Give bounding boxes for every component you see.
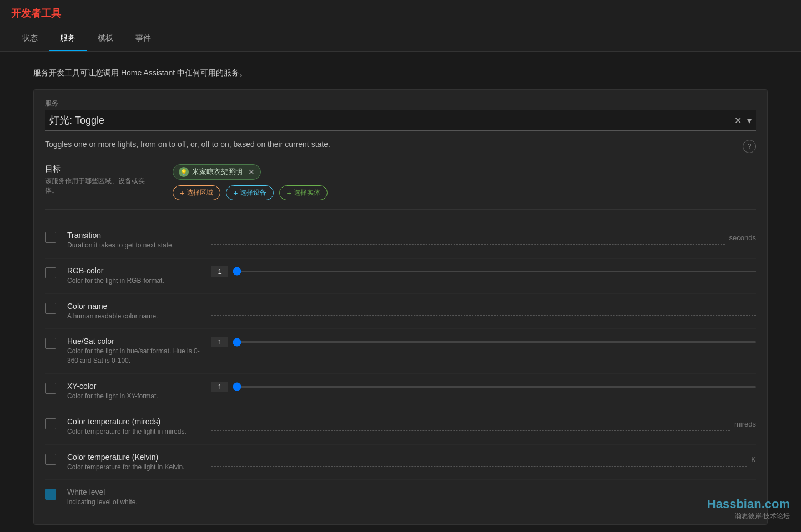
color-temp-kelvin-info: Color temperature (Kelvin) Color tempera… xyxy=(67,453,200,472)
color-temp-mireds-control: mireds xyxy=(211,417,756,431)
transition-unit: seconds xyxy=(729,234,756,242)
target-title: 目标 xyxy=(45,164,156,174)
select-device-button[interactable]: + 选择设备 xyxy=(226,185,274,200)
hue-sat-slider[interactable] xyxy=(233,341,756,343)
entity-chip-icon: 💡 xyxy=(179,167,189,177)
watermark: Hassbian.com 瀚思彼岸·技术论坛 xyxy=(707,497,790,521)
param-row-white-level: White level indicating level of white. xyxy=(45,480,756,515)
tab-status[interactable]: 状态 xyxy=(11,27,49,51)
color-temp-mireds-input[interactable] xyxy=(211,417,730,431)
xy-number[interactable] xyxy=(211,382,228,392)
color-temp-kelvin-title: Color temperature (Kelvin) xyxy=(67,453,200,462)
white-level-control xyxy=(211,488,756,501)
select-area-label: 选择区域 xyxy=(187,188,213,197)
area-plus-icon: + xyxy=(180,189,184,197)
color-temp-kelvin-input[interactable] xyxy=(211,453,747,467)
hue-sat-desc: Color for the light in hue/sat format. H… xyxy=(67,347,200,366)
xy-slider[interactable] xyxy=(233,386,756,388)
service-card: 服务 灯光: Toggle ✕ ▾ Toggles one or more li… xyxy=(33,89,768,525)
white-level-info: White level indicating level of white. xyxy=(67,488,200,507)
hue-sat-number[interactable] xyxy=(211,337,228,347)
dropdown-service-button[interactable]: ▾ xyxy=(747,115,752,126)
transition-info: Transition Duration it takes to get to n… xyxy=(67,231,200,250)
color-temp-kelvin-checkbox[interactable] xyxy=(45,454,56,465)
entity-chip-name: 米家晾衣架照明 xyxy=(192,167,243,177)
nav-tabs: 状态 服务 模板 事件 xyxy=(0,27,801,52)
rgb-slider[interactable] xyxy=(233,271,756,272)
color-temp-kelvin-desc: Color temperature for the light in Kelvi… xyxy=(67,463,200,472)
target-label-col: 目标 该服务作用于哪些区域、设备或实体。 xyxy=(45,164,156,200)
entity-plus-icon: + xyxy=(286,189,291,197)
service-description-text: Toggles one or more lights, from on to o… xyxy=(45,140,330,149)
param-row-color-name: Color name A human readable color name. xyxy=(45,294,756,330)
color-temp-kelvin-control: K xyxy=(211,453,756,467)
watermark-com: .com xyxy=(762,497,790,511)
footer-area: 进入 YAML 模式 xyxy=(33,525,768,532)
select-entity-button[interactable]: + 选择实体 xyxy=(279,185,327,200)
param-row-xy: XY-color Color for the light in XY-forma… xyxy=(45,374,756,409)
app-bar: 开发者工具 xyxy=(0,0,801,27)
transition-control: seconds xyxy=(211,231,756,245)
color-name-desc: A human readable color name. xyxy=(67,312,200,321)
app-title-text: 开发者工具 xyxy=(11,8,61,19)
xy-checkbox[interactable] xyxy=(45,383,56,394)
watermark-sub-text: 瀚思彼岸·技术论坛 xyxy=(707,511,790,521)
transition-checkbox[interactable] xyxy=(45,232,56,243)
color-name-checkbox[interactable] xyxy=(45,303,56,314)
rgb-control xyxy=(211,266,756,277)
main-content: 服务开发工具可让您调用 Home Assistant 中任何可用的服务。 服务 … xyxy=(0,52,801,532)
target-section: 目标 该服务作用于哪些区域、设备或实体。 💡 米家晾衣架照明 ✕ + 选择区域 xyxy=(45,164,756,210)
service-label: 服务 xyxy=(45,99,756,108)
color-temp-mireds-title: Color temperature (mireds) xyxy=(67,417,200,426)
rgb-title: RGB-color xyxy=(67,266,200,275)
select-device-label: 选择设备 xyxy=(240,188,266,197)
transition-title: Transition xyxy=(67,231,200,240)
white-level-desc: indicating level of white. xyxy=(67,498,200,507)
white-level-title: White level xyxy=(67,488,200,496)
rgb-desc: Color for the light in RGB-format. xyxy=(67,276,200,286)
service-value: 灯光: Toggle xyxy=(49,114,734,127)
color-name-info: Color name A human readable color name. xyxy=(67,302,200,321)
watermark-brand-text: Hassbian xyxy=(707,497,762,511)
transition-desc: Duration it takes to get to next state. xyxy=(67,241,200,250)
hue-sat-checkbox[interactable] xyxy=(45,338,56,349)
rgb-number[interactable] xyxy=(211,266,228,277)
page-description: 服务开发工具可让您调用 Home Assistant 中任何可用的服务。 xyxy=(33,68,768,78)
service-selector[interactable]: 灯光: Toggle ✕ ▾ xyxy=(45,110,756,131)
rgb-checkbox[interactable] xyxy=(45,267,56,278)
entity-chip: 💡 米家晾衣架照明 ✕ xyxy=(173,164,261,180)
app-title: 开发者工具 xyxy=(11,7,61,20)
tab-template[interactable]: 模板 xyxy=(87,27,124,51)
hue-sat-title: Hue/Sat color xyxy=(67,337,200,346)
service-actions: ✕ ▾ xyxy=(734,115,752,126)
target-description: 该服务作用于哪些区域、设备或实体。 xyxy=(45,176,156,195)
color-name-input[interactable] xyxy=(211,302,756,316)
param-row-hue-sat: Hue/Sat color Color for the light in hue… xyxy=(45,329,756,374)
xy-info: XY-color Color for the light in XY-forma… xyxy=(67,382,200,401)
select-area-button[interactable]: + 选择区域 xyxy=(173,185,220,200)
color-temp-mireds-checkbox[interactable] xyxy=(45,418,56,429)
white-level-checkbox[interactable] xyxy=(45,489,56,500)
xy-desc: Color for the light in XY-format. xyxy=(67,392,200,401)
color-temp-mireds-desc: Color temperature for the light in mired… xyxy=(67,427,200,437)
entity-chip-close-button[interactable]: ✕ xyxy=(248,168,255,176)
color-temp-mireds-info: Color temperature (mireds) Color tempera… xyxy=(67,417,200,437)
help-button[interactable]: ? xyxy=(743,140,756,153)
transition-input[interactable] xyxy=(211,231,725,245)
param-row-color-temp-kelvin: Color temperature (Kelvin) Color tempera… xyxy=(45,445,756,480)
target-controls: 💡 米家晾衣架照明 ✕ + 选择区域 + 选择设备 + xyxy=(173,164,756,200)
service-description-row: Toggles one or more lights, from on to o… xyxy=(45,140,756,153)
color-name-control xyxy=(211,302,756,316)
selected-entity-row: 💡 米家晾衣架照明 ✕ xyxy=(173,164,756,180)
xy-title: XY-color xyxy=(67,382,200,391)
tab-event[interactable]: 事件 xyxy=(124,27,162,51)
watermark-brand: Hassbian.com xyxy=(707,497,790,511)
color-temp-mireds-unit: mireds xyxy=(734,420,756,428)
param-row-transition: Transition Duration it takes to get to n… xyxy=(45,223,756,259)
white-level-input[interactable] xyxy=(211,488,756,501)
hue-sat-control xyxy=(211,337,756,347)
select-entity-label: 选择实体 xyxy=(294,188,320,197)
clear-service-button[interactable]: ✕ xyxy=(734,115,742,126)
rgb-info: RGB-color Color for the light in RGB-for… xyxy=(67,266,200,286)
tab-service[interactable]: 服务 xyxy=(49,27,87,51)
